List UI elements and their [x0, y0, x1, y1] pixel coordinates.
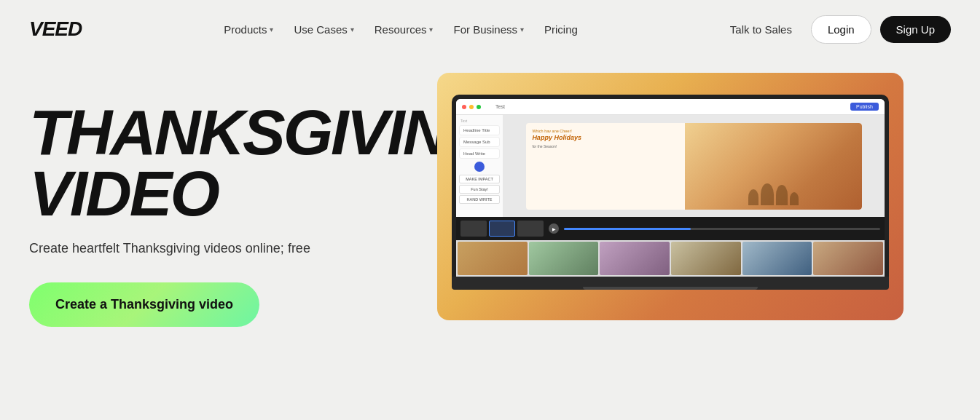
filmstrip-thumb-2[interactable]: [489, 221, 515, 237]
laptop-mockup: Test Publish Text Headline Title Message…: [452, 95, 889, 320]
photo-thumb-3[interactable]: [600, 242, 670, 275]
hero-title: THANKSGIVING VIDEO: [29, 102, 393, 223]
canvas-text-area: Which hav ane Cheer! Happy Holidays for …: [526, 123, 685, 210]
chip-make-impact[interactable]: MAKE IMPACT: [459, 175, 500, 183]
window-minimize-dot: [469, 105, 474, 109]
panel-row-message[interactable]: Message Sub: [459, 137, 500, 147]
photo-thumb-2[interactable]: [529, 242, 599, 275]
panel-row-headline[interactable]: Headline Title: [459, 125, 500, 135]
chevron-down-icon: ▾: [520, 25, 524, 33]
chip-hand-write[interactable]: HAND WRITE: [459, 195, 500, 204]
editor-tab-label[interactable]: Test: [490, 103, 511, 111]
window-maximize-dot: [477, 105, 481, 109]
editor-left-panel: Text Headline Title Message Sub Head Wri…: [456, 115, 503, 217]
canvas-card: Which hav ane Cheer! Happy Holidays for …: [526, 123, 861, 210]
editor-preview: Test Publish Text Headline Title Message…: [437, 73, 903, 320]
canvas-small-text: Which hav ane Cheer!: [532, 129, 679, 133]
play-button[interactable]: ▶: [549, 223, 559, 234]
chip-fun-stay[interactable]: Fun Stay!: [459, 185, 500, 194]
canvas-subtitle: for the Season!: [532, 144, 679, 148]
family-silhouette: [685, 183, 861, 205]
timeline-progress: [564, 228, 691, 230]
nav-menu: Products ▾ Use Cases ▾ Resources ▾ For B…: [213, 17, 588, 41]
person-2: [761, 183, 774, 205]
photo-thumb-6[interactable]: [813, 242, 883, 275]
chevron-down-icon: ▾: [429, 25, 433, 33]
window-close-dot: [462, 105, 466, 109]
navbar: VEED Products ▾ Use Cases ▾ Resources ▾ …: [0, 0, 980, 58]
timeline[interactable]: [564, 228, 880, 230]
text-chips: MAKE IMPACT Fun Stay! HAND WRITE: [459, 175, 500, 204]
hero-section: THANKSGIVING VIDEO Create heartfelt Than…: [0, 58, 980, 408]
chevron-down-icon: ▾: [270, 25, 273, 33]
hero-subtitle: Create heartfelt Thanksgiving videos onl…: [29, 241, 393, 256]
photos-strip: [456, 240, 885, 277]
nav-item-products[interactable]: Products ▾: [213, 17, 283, 41]
panel-section-label: Text: [459, 118, 500, 124]
login-button[interactable]: Login: [811, 15, 871, 44]
nav-right: Talk to Sales Login Sign Up: [720, 15, 951, 44]
person-1: [748, 189, 758, 205]
panel-blue-icon: [474, 162, 485, 172]
editor-canvas: Which hav ane Cheer! Happy Holidays for …: [503, 115, 885, 217]
talk-to-sales-link[interactable]: Talk to Sales: [720, 17, 802, 41]
laptop-lid: Test Publish Text Headline Title Message…: [452, 95, 889, 277]
laptop-base: [452, 277, 889, 290]
nav-item-pricing[interactable]: Pricing: [534, 17, 588, 41]
canvas-holiday-title: Happy Holidays: [532, 135, 679, 142]
photo-thumb-5[interactable]: [742, 242, 812, 275]
hero-cta-button[interactable]: Create a Thanksgiving video: [29, 282, 259, 327]
person-4: [790, 192, 799, 205]
photo-thumb-1[interactable]: [458, 242, 528, 275]
editor-filmstrip: ▶: [456, 217, 885, 240]
signup-button[interactable]: Sign Up: [880, 16, 951, 43]
editor-topbar: Test Publish: [456, 99, 885, 115]
editor-publish-button[interactable]: Publish: [850, 103, 879, 111]
nav-item-forbusiness[interactable]: For Business ▾: [443, 17, 534, 41]
nav-item-usecases[interactable]: Use Cases ▾: [283, 17, 364, 41]
filmstrip-thumb-1[interactable]: [460, 221, 487, 237]
chevron-down-icon: ▾: [350, 25, 354, 33]
hero-right: Test Publish Text Headline Title Message…: [437, 73, 951, 364]
logo[interactable]: VEED: [29, 17, 82, 41]
hero-left: THANKSGIVING VIDEO Create heartfelt Than…: [29, 73, 393, 327]
person-3: [776, 185, 788, 205]
canvas-photo-area: [685, 123, 861, 210]
nav-item-resources[interactable]: Resources ▾: [364, 17, 444, 41]
filmstrip-thumb-3[interactable]: [517, 221, 544, 237]
photo-thumb-4[interactable]: [671, 242, 741, 275]
laptop-screen: Test Publish Text Headline Title Message…: [456, 99, 885, 277]
panel-row-headwrite[interactable]: Head Write: [459, 148, 500, 159]
editor-body: Text Headline Title Message Sub Head Wri…: [456, 115, 885, 217]
